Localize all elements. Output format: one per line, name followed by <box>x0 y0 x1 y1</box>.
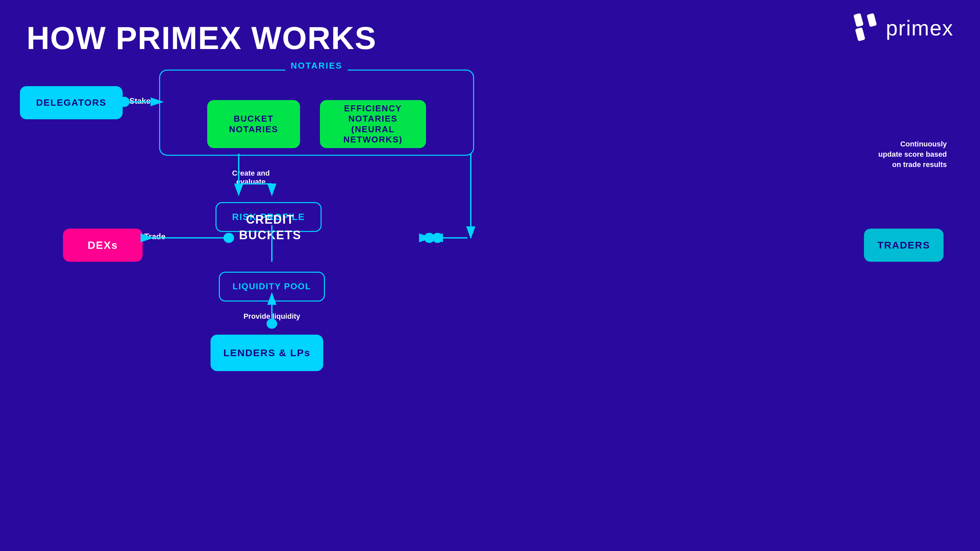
logo-text: primex <box>886 16 953 40</box>
lenders-node: LENDERS & LPs <box>210 335 323 371</box>
credit-buckets-label: CREDIT BUCKETS <box>199 212 342 243</box>
stake-label: Stake <box>129 97 151 106</box>
trade-label: Trade <box>144 232 165 241</box>
efficiency-notaries-node: EFFICIENCY NOTARIES (NEURAL NETWORKS) <box>320 100 426 148</box>
primex-logo-icon <box>850 13 880 43</box>
delegators-node: DELEGATORS <box>20 86 123 119</box>
bucket-notaries-node: BUCKET NOTARIES <box>207 100 300 148</box>
notaries-label: NOTARIES <box>285 60 348 71</box>
create-evaluate-label: Create and evaluate <box>232 169 270 186</box>
svg-rect-1 <box>867 13 877 27</box>
diagram: NOTARIES BUCKET NOTARIES EFFICIENCY NOTA… <box>20 66 960 531</box>
svg-rect-2 <box>855 27 865 41</box>
provide-liquidity-label: Provide liquidity <box>226 312 318 321</box>
dexs-node: DEXs <box>63 229 143 262</box>
traders-node: TRADERS <box>864 229 943 262</box>
liquidity-pool-node: LIQUIDITY POOL <box>219 272 325 302</box>
logo-area: primex <box>850 13 953 43</box>
notaries-container: NOTARIES BUCKET NOTARIES EFFICIENCY NOTA… <box>159 70 474 156</box>
continuously-update-label: Continuously update score based on trade… <box>867 139 947 170</box>
page-title: HOW PRIMEX WORKS <box>27 20 377 56</box>
svg-rect-0 <box>853 13 864 27</box>
